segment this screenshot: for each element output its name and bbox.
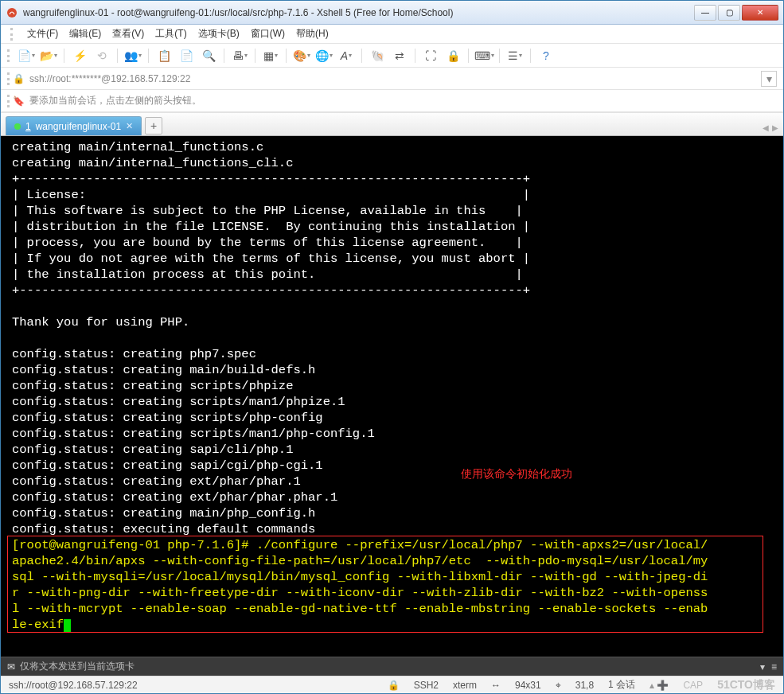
- toolbar-grip[interactable]: [7, 49, 10, 62]
- help-button[interactable]: ?: [537, 47, 555, 64]
- status-dot-icon: [14, 123, 21, 130]
- lock-icon: 🔒: [13, 73, 25, 84]
- tab-strip: 1 wangruifenglinux-01 ✕ + ◀ ▶: [1, 112, 783, 136]
- open-session-button[interactable]: 📂: [40, 47, 57, 64]
- font-button[interactable]: A: [337, 47, 355, 64]
- status-term: xterm: [453, 680, 477, 691]
- globe-button[interactable]: 🌐: [315, 47, 333, 64]
- menu-help[interactable]: 帮助(H): [296, 27, 329, 41]
- menu-window[interactable]: 窗口(W): [251, 27, 285, 41]
- hint-text: 要添加当前会话，点击左侧的箭头按钮。: [29, 94, 201, 107]
- app-icon: [6, 6, 18, 19]
- tab-index: 1: [25, 121, 31, 132]
- separator: [286, 49, 287, 63]
- bookmark-add-icon[interactable]: 🔖: [13, 96, 25, 107]
- compose-dropdown-icon[interactable]: ▾: [760, 661, 765, 673]
- status-size: 94x31: [515, 680, 541, 691]
- separator: [361, 49, 362, 63]
- menu-file[interactable]: 文件(F): [27, 27, 58, 41]
- compose-bar[interactable]: ✉ 仅将文本发送到当前选项卡 ▾ ≡: [1, 657, 783, 676]
- keyboard-button[interactable]: ⌨: [475, 47, 493, 64]
- menubar: 文件(F) 编辑(E) 查看(V) 工具(T) 选项卡(B) 窗口(W) 帮助(…: [1, 25, 783, 44]
- status-size-icon: ↔: [491, 680, 501, 691]
- tab-close-icon[interactable]: ✕: [126, 121, 133, 131]
- separator: [255, 49, 255, 63]
- status-connection: ssh://root@192.168.57.129:22: [9, 680, 373, 691]
- menu-edit[interactable]: 编辑(E): [69, 27, 101, 41]
- layout-button[interactable]: ▦: [262, 47, 279, 64]
- lock-button[interactable]: 🔒: [444, 47, 462, 64]
- view-button[interactable]: ☰: [506, 47, 524, 64]
- svg-point-0: [7, 8, 17, 18]
- separator: [468, 49, 469, 63]
- status-bar: ssh://root@192.168.57.129:22 🔒 SSH2 xter…: [1, 676, 783, 693]
- status-position: 31,8: [575, 680, 594, 691]
- separator: [530, 49, 531, 63]
- address-bar: 🔒 ssh://root:********@192.168.57.129:22 …: [1, 68, 783, 90]
- status-pos-icon: ⌖: [556, 680, 561, 691]
- menubar-grip[interactable]: [10, 28, 13, 41]
- address-add-button[interactable]: ▾: [761, 71, 777, 87]
- send-icon[interactable]: ✉: [7, 661, 15, 673]
- compose-hint: 仅将文本发送到当前选项卡: [20, 660, 135, 673]
- disconnect-button[interactable]: ⟲: [93, 47, 111, 64]
- terminal-area[interactable]: creating main/internal_functions.c creat…: [1, 136, 783, 657]
- print-button[interactable]: 🖶: [231, 47, 248, 64]
- compose-menu-icon[interactable]: ≡: [771, 661, 777, 673]
- separator: [224, 49, 224, 63]
- status-sessions: 1 会话: [608, 678, 635, 692]
- find-button[interactable]: 🔍: [200, 47, 217, 64]
- separator: [117, 49, 118, 63]
- status-protocol: SSH2: [414, 680, 439, 691]
- minimize-button[interactable]: —: [694, 5, 716, 21]
- new-session-button[interactable]: 📄: [18, 47, 35, 64]
- xftp-button[interactable]: ⇄: [391, 47, 408, 64]
- separator: [415, 49, 415, 63]
- window-title: wangruifenglinux-01 - root@wangruifeng-0…: [23, 7, 694, 18]
- tab-label: wangruifenglinux-01: [36, 121, 121, 132]
- menu-tools[interactable]: 工具(T): [155, 27, 186, 41]
- hint-grip[interactable]: [7, 95, 10, 107]
- fullscreen-button[interactable]: ⛶: [422, 47, 439, 64]
- separator: [148, 49, 149, 63]
- separator: [499, 49, 500, 63]
- tab-prev-icon[interactable]: ◀: [763, 123, 769, 132]
- app-window: wangruifenglinux-01 - root@wangruifeng-0…: [0, 0, 784, 694]
- xagent-button[interactable]: 🐚: [369, 47, 386, 64]
- status-lock-icon: 🔒: [388, 680, 400, 691]
- address-text[interactable]: ssh://root:********@192.168.57.129:22: [29, 73, 761, 84]
- close-button[interactable]: ✕: [742, 5, 778, 21]
- separator: [64, 49, 64, 63]
- reconnect-button[interactable]: ⚡: [71, 47, 88, 64]
- tab-next-icon[interactable]: ▶: [772, 123, 778, 132]
- copy-button[interactable]: 📋: [155, 47, 173, 64]
- new-tab-button[interactable]: +: [145, 117, 162, 135]
- address-grip[interactable]: [7, 72, 10, 85]
- toolbar: 📄 📂 ⚡ ⟲ 👥 📋 📄 🔍 🖶 ▦ 🎨 🌐 A 🐚 ⇄ ⛶ 🔒 ⌨ ☰ ?: [1, 44, 783, 68]
- maximize-button[interactable]: ▢: [718, 5, 740, 21]
- profile-button[interactable]: 👥: [124, 47, 142, 64]
- menu-tabs[interactable]: 选项卡(B): [198, 27, 240, 41]
- titlebar[interactable]: wangruifenglinux-01 - root@wangruifeng-0…: [1, 1, 783, 25]
- watermark: 51CTO博客: [717, 678, 775, 692]
- paste-button[interactable]: 📄: [177, 47, 195, 64]
- status-cap: CAP: [683, 680, 703, 691]
- menu-view[interactable]: 查看(V): [112, 27, 144, 41]
- session-tab[interactable]: 1 wangruifenglinux-01 ✕: [6, 116, 142, 135]
- hint-bar: 🔖 要添加当前会话，点击左侧的箭头按钮。: [1, 90, 783, 112]
- color-scheme-button[interactable]: 🎨: [293, 47, 310, 64]
- status-sessions-icon[interactable]: ▴ ➕: [649, 680, 669, 691]
